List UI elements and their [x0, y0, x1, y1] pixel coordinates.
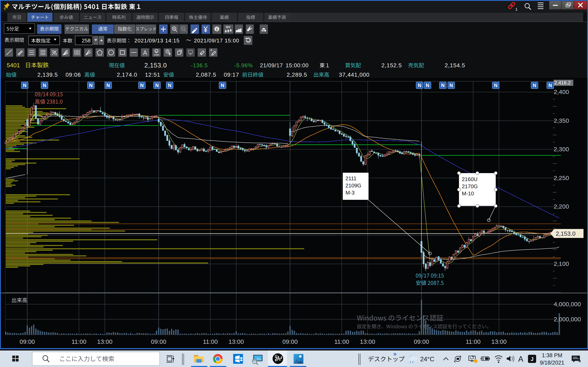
svg-text:11:00: 11:00 [466, 338, 481, 345]
svg-text:J: J [531, 356, 534, 362]
svg-text:13:00: 13:00 [360, 338, 375, 345]
svg-text:2111: 2111 [346, 175, 356, 182]
svg-text:N: N [494, 83, 497, 88]
svg-text:2,174.0: 2,174.0 [117, 72, 137, 78]
svg-text:N: N [140, 83, 144, 88]
svg-text:2,100: 2,100 [554, 260, 569, 267]
svg-text:5401: 5401 [7, 62, 20, 68]
svg-text:M-10: M-10 [462, 191, 474, 197]
svg-text:-5.96%: -5.96% [234, 62, 253, 68]
svg-text:09:06: 09:06 [66, 72, 81, 78]
svg-text:12:51: 12:51 [145, 72, 160, 78]
svg-text:N: N [106, 83, 110, 88]
svg-text:2170G: 2170G [462, 183, 478, 189]
svg-text:N: N [548, 83, 552, 88]
svg-text:09:00: 09:00 [151, 338, 166, 345]
svg-text:2021/09/17 15:00: 2021/09/17 15:00 [194, 38, 239, 44]
svg-text:»: » [393, 350, 397, 357]
svg-text:37,441,000: 37,441,000 [339, 72, 370, 78]
svg-text:2,289.5: 2,289.5 [287, 72, 307, 78]
svg-text:2,350: 2,350 [554, 117, 569, 124]
svg-text:N: N [449, 83, 453, 88]
svg-text:2,400: 2,400 [554, 89, 569, 95]
svg-text:1:38 PM: 1:38 PM [542, 352, 562, 359]
svg-text:i: i [216, 27, 217, 32]
svg-text:2,416.2: 2,416.2 [554, 80, 571, 85]
svg-text:N: N [426, 83, 429, 88]
svg-text:N: N [89, 83, 93, 88]
svg-text:2,153.0: 2,153.0 [556, 230, 576, 237]
svg-text:M-3: M-3 [346, 190, 355, 196]
svg-text:2,250: 2,250 [554, 175, 569, 181]
svg-text:2,200: 2,200 [554, 203, 569, 210]
svg-text:1: 1 [515, 7, 518, 11]
svg-text:12:00: 12:00 [235, 359, 240, 360]
svg-text:2,300: 2,300 [554, 146, 569, 152]
svg-text:21/09/17: 21/09/17 [260, 62, 283, 68]
svg-text:2,139.5: 2,139.5 [37, 72, 58, 78]
svg-text:2021/09/13 14:15: 2021/09/13 14:15 [134, 38, 180, 44]
svg-text:N: N [533, 83, 536, 88]
svg-text:2,152.5: 2,152.5 [381, 62, 402, 68]
svg-text:MY: MY [226, 25, 231, 29]
svg-text:258: 258 [82, 38, 91, 44]
svg-text:2160U: 2160U [462, 176, 477, 182]
svg-text:13:00: 13:00 [97, 338, 112, 345]
svg-text:A: A [210, 49, 212, 52]
svg-text:24°C: 24°C [420, 356, 434, 363]
svg-text:11:00: 11:00 [71, 338, 86, 345]
svg-text:13:00: 13:00 [228, 338, 244, 345]
svg-text:15:00:00: 15:00:00 [286, 62, 309, 68]
svg-text:11:00: 11:00 [334, 338, 349, 345]
svg-text:N: N [221, 83, 224, 88]
svg-text:-136.5: -136.5 [191, 62, 208, 68]
svg-text:2,000,000: 2,000,000 [554, 316, 581, 323]
svg-text:N: N [155, 83, 159, 88]
svg-text:2,087.5: 2,087.5 [196, 72, 216, 78]
svg-text:A: A [518, 355, 523, 363]
svg-text:11:00: 11:00 [203, 338, 218, 345]
svg-text:2,153.0: 2,153.0 [144, 62, 167, 69]
svg-text:09:00: 09:00 [282, 338, 298, 345]
svg-text:9/18/2021: 9/18/2021 [540, 360, 564, 366]
svg-text:N: N [23, 83, 26, 88]
svg-text:09:17: 09:17 [224, 72, 239, 78]
svg-text:4,000,000: 4,000,000 [554, 301, 581, 308]
svg-text:N: N [43, 83, 46, 88]
svg-text:09:00: 09:00 [20, 338, 35, 345]
svg-text:N: N [441, 83, 444, 88]
svg-text:2,154.5: 2,154.5 [445, 62, 465, 68]
svg-text:13:00: 13:00 [491, 338, 507, 345]
svg-text:09:00: 09:00 [414, 338, 429, 345]
svg-text:N: N [168, 83, 171, 88]
svg-text:ICON: ICON [154, 54, 159, 56]
svg-text:N: N [418, 83, 421, 88]
svg-text:2109G: 2109G [346, 183, 361, 189]
